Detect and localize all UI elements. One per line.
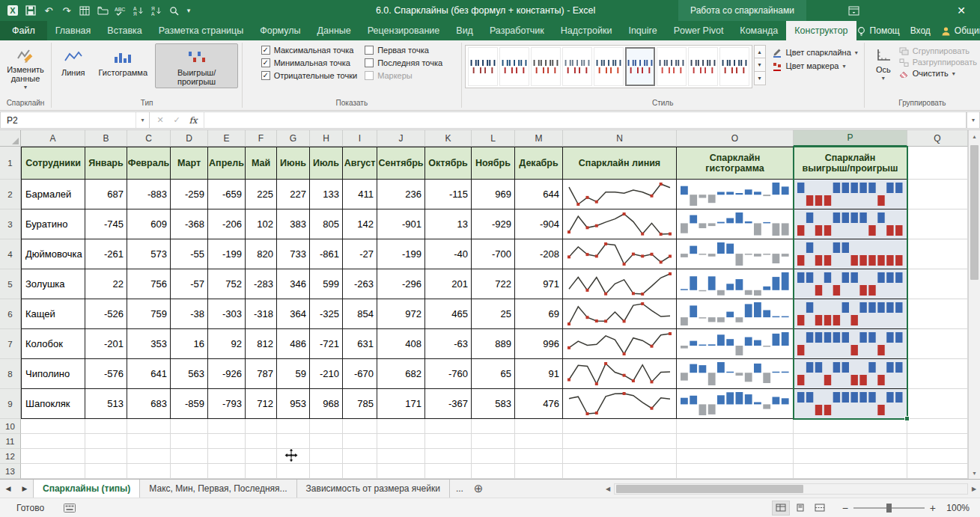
row-header-5[interactable]: 5 bbox=[0, 269, 21, 299]
gallery-up-icon[interactable]: ▴ bbox=[754, 45, 766, 58]
cell-G8[interactable]: 59 bbox=[277, 359, 310, 389]
zoom-level[interactable]: 100% bbox=[941, 503, 970, 513]
cell-H2[interactable]: 133 bbox=[310, 180, 343, 209]
column-header-K[interactable]: K bbox=[425, 130, 472, 147]
insert-function-icon[interactable]: fx bbox=[186, 115, 201, 126]
cell-B8[interactable]: -576 bbox=[85, 359, 127, 389]
sparkline-cell-line[interactable] bbox=[563, 209, 677, 239]
cell-Q3[interactable] bbox=[907, 209, 968, 239]
style-thumbnail-9[interactable] bbox=[719, 47, 749, 86]
tab-Вид[interactable]: Вид bbox=[448, 21, 481, 40]
tab-Разработчик[interactable]: Разработчик bbox=[481, 21, 553, 40]
cell-B9[interactable]: 513 bbox=[85, 389, 127, 419]
cell-G10[interactable] bbox=[277, 419, 310, 434]
cell-K11[interactable] bbox=[425, 434, 472, 449]
cell-D12[interactable] bbox=[171, 449, 208, 464]
cell-F3[interactable]: 102 bbox=[246, 209, 277, 239]
row-header-9[interactable]: 9 bbox=[0, 389, 21, 419]
ribbon-display-options-icon[interactable] bbox=[845, 3, 862, 18]
cell-B11[interactable] bbox=[85, 434, 127, 449]
cell-I13[interactable] bbox=[343, 464, 377, 479]
employee-name-cell[interactable]: Золушка bbox=[21, 269, 85, 299]
cell-E12[interactable] bbox=[208, 449, 246, 464]
cell-K2[interactable]: -115 bbox=[425, 180, 472, 209]
scroll-up-icon[interactable]: ▴ bbox=[969, 130, 980, 142]
cell-E2[interactable]: -659 bbox=[208, 180, 246, 209]
tab-Главная[interactable]: Главная bbox=[47, 21, 100, 40]
checkbox-Минимальная точка[interactable]: ✓Минимальная точка bbox=[261, 58, 357, 67]
tab-Формулы[interactable]: Формулы bbox=[252, 21, 308, 40]
sparkline-cell-column[interactable] bbox=[677, 389, 794, 419]
sparkline-cell-winloss[interactable] bbox=[794, 329, 907, 359]
cell-L2[interactable]: 969 bbox=[472, 180, 515, 209]
sparkline-cell-line[interactable] bbox=[563, 359, 677, 389]
cell-P13[interactable] bbox=[794, 464, 907, 479]
cell-K8[interactable]: -760 bbox=[425, 359, 472, 389]
sheet-tab-Спарклайны (типы)[interactable]: Спарклайны (типы) bbox=[33, 480, 140, 498]
cell-M4[interactable]: -208 bbox=[515, 239, 563, 269]
header-cell-G1[interactable]: Июнь bbox=[277, 147, 310, 180]
checkbox-Отрицательные точки[interactable]: ✓Отрицательные точки bbox=[261, 71, 357, 80]
cell-A12[interactable] bbox=[21, 449, 85, 464]
style-thumbnail-1[interactable] bbox=[468, 47, 498, 86]
cell-B12[interactable] bbox=[85, 449, 127, 464]
style-thumbnail-5[interactable] bbox=[594, 47, 624, 86]
cell-K10[interactable] bbox=[425, 419, 472, 434]
cell-M12[interactable] bbox=[515, 449, 563, 464]
employee-name-cell[interactable]: Колобок bbox=[21, 329, 85, 359]
cell-G13[interactable] bbox=[277, 464, 310, 479]
cell-D13[interactable] bbox=[171, 464, 208, 479]
sheet-tab-Макс, Мин, Первая, Последняя...[interactable]: Макс, Мин, Первая, Последняя... bbox=[140, 480, 296, 498]
sparkline-cell-column[interactable] bbox=[677, 239, 794, 269]
formula-input[interactable] bbox=[204, 111, 967, 129]
row-header-1[interactable]: 1 bbox=[0, 147, 21, 180]
header-cell-N1[interactable]: Спарклайн линия bbox=[563, 147, 677, 180]
vertical-scroll-thumb[interactable] bbox=[970, 145, 979, 280]
clear-button[interactable]: Очистить ▾ bbox=[899, 69, 977, 78]
column-header-I[interactable]: I bbox=[343, 130, 377, 147]
sparkline-cell-winloss[interactable] bbox=[794, 389, 907, 419]
cell-G12[interactable] bbox=[277, 449, 310, 464]
cell-G6[interactable]: 364 bbox=[277, 299, 310, 329]
cell-H5[interactable]: 599 bbox=[310, 269, 343, 299]
cell-H11[interactable] bbox=[310, 434, 343, 449]
cell-I11[interactable] bbox=[343, 434, 377, 449]
axis-button[interactable]: Ось ▾ bbox=[868, 43, 899, 83]
cell-Q1[interactable] bbox=[907, 147, 968, 180]
cell-D3[interactable]: -368 bbox=[171, 209, 208, 239]
cell-F10[interactable] bbox=[246, 419, 277, 434]
gallery-more-icon[interactable]: ▾ bbox=[754, 72, 766, 85]
cell-E6[interactable]: -303 bbox=[208, 299, 246, 329]
column-header-B[interactable]: B bbox=[85, 130, 127, 147]
header-cell-I1[interactable]: Август bbox=[343, 147, 377, 180]
sort-desc-icon[interactable]: ЯА bbox=[148, 3, 165, 18]
cell-J11[interactable] bbox=[377, 434, 425, 449]
cell-Q6[interactable] bbox=[907, 299, 968, 329]
header-cell-O1[interactable]: Спарклайн гистограмма bbox=[677, 147, 794, 180]
cell-H7[interactable]: -721 bbox=[310, 329, 343, 359]
column-header-J[interactable]: J bbox=[377, 130, 425, 147]
cell-Q4[interactable] bbox=[907, 239, 968, 269]
cell-L11[interactable] bbox=[472, 434, 515, 449]
cell-B7[interactable]: -201 bbox=[85, 329, 127, 359]
zoom-in-icon[interactable]: + bbox=[930, 502, 936, 514]
cell-K3[interactable]: 13 bbox=[425, 209, 472, 239]
cell-C5[interactable]: 756 bbox=[127, 269, 171, 299]
find-icon[interactable] bbox=[166, 3, 183, 18]
header-cell-K1[interactable]: Октябрь bbox=[425, 147, 472, 180]
employee-name-cell[interactable]: Чиполино bbox=[21, 359, 85, 389]
column-header-M[interactable]: M bbox=[515, 130, 563, 147]
tell-me-item[interactable]: Помощ bbox=[856, 25, 900, 36]
edit-data-button[interactable]: Изменить данные ▾ bbox=[3, 43, 48, 92]
cell-L3[interactable]: -929 bbox=[472, 209, 515, 239]
column-header-D[interactable]: D bbox=[171, 130, 208, 147]
header-cell-P1[interactable]: Спарклайн выигрыш/проигрыш bbox=[794, 147, 907, 180]
employee-name-cell[interactable]: Дюймовочка bbox=[21, 239, 85, 269]
cell-L5[interactable]: 722 bbox=[472, 269, 515, 299]
zoom-slider[interactable] bbox=[853, 507, 925, 509]
gallery-down-icon[interactable]: ▾ bbox=[754, 58, 766, 72]
hscroll-right-icon[interactable]: ▶ bbox=[968, 486, 980, 492]
cell-D5[interactable]: -57 bbox=[171, 269, 208, 299]
tab-Вставка[interactable]: Вставка bbox=[99, 21, 150, 40]
marker-color-button[interactable]: Цвет маркера ▾ bbox=[772, 61, 858, 71]
